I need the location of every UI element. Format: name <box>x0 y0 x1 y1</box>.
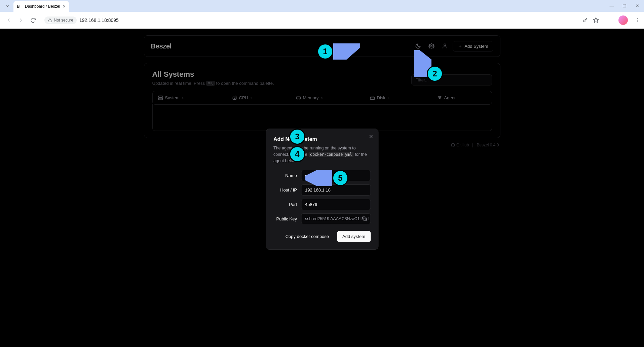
svg-point-8 <box>637 20 638 21</box>
tab-dropdown-icon[interactable] <box>3 1 12 11</box>
github-link[interactable]: GitHub <box>451 143 469 147</box>
svg-line-5 <box>586 19 586 20</box>
server-icon <box>158 95 163 100</box>
address-bar[interactable]: Not secure 192.168.1.18:8095 <box>40 14 606 26</box>
sort-icon: ↑↓ <box>182 96 183 100</box>
address-bar-row: Not secure 192.168.1.18:8095 <box>0 12 644 29</box>
svg-marker-6 <box>594 18 599 23</box>
reload-icon[interactable] <box>28 15 38 25</box>
logo[interactable]: Beszel <box>151 42 172 50</box>
svg-point-9 <box>637 22 638 22</box>
col-disk[interactable]: Disk ↑↓ <box>370 95 437 100</box>
cpu-icon <box>232 95 237 100</box>
filter-input[interactable] <box>411 74 492 85</box>
add-system-submit-button[interactable]: Add system <box>337 231 371 242</box>
add-system-button[interactable]: Add System <box>453 41 493 51</box>
user-icon[interactable] <box>439 40 451 52</box>
add-system-modal: ✕ Add New System The agent must be runni… <box>266 129 378 250</box>
sort-icon: ↑↓ <box>320 96 322 100</box>
public-key-value: ssh-ed25519 AAAAC3NzaC1lZDI1 <box>301 213 371 224</box>
svg-rect-14 <box>158 96 163 97</box>
tab-favicon-icon: B <box>17 4 22 9</box>
browser-tab[interactable]: B Dashboard / Beszel × <box>13 1 69 12</box>
col-cpu[interactable]: CPU ↑↓ <box>232 95 296 100</box>
name-input[interactable] <box>301 170 371 181</box>
tab-close-icon[interactable]: × <box>63 4 66 9</box>
browser-chrome: B Dashboard / Beszel × — ☐ ✕ Not secure … <box>0 0 644 29</box>
col-memory[interactable]: Memory ↑↓ <box>296 95 370 100</box>
tab-title: Dashboard / Beszel <box>25 4 60 9</box>
copy-key-icon[interactable] <box>361 215 368 222</box>
svg-rect-28 <box>296 97 301 99</box>
svg-point-7 <box>637 18 638 19</box>
modal-description: The agent must be running on the system … <box>273 145 371 164</box>
modal-close-icon[interactable]: ✕ <box>369 134 373 140</box>
sort-icon: ↑↓ <box>250 96 252 100</box>
theme-toggle-icon[interactable] <box>412 40 424 52</box>
disk-icon <box>370 95 375 100</box>
security-chip[interactable]: Not secure <box>44 16 77 24</box>
svg-rect-18 <box>233 96 236 100</box>
host-label: Host / IP <box>273 187 297 193</box>
window-controls: — ☐ ✕ <box>608 0 641 12</box>
col-agent[interactable]: Agent <box>437 95 486 100</box>
modal-title: Add New System <box>273 136 371 142</box>
profile-avatar[interactable] <box>618 15 628 25</box>
public-key-label: Public Key <box>273 216 297 221</box>
github-icon <box>451 143 455 147</box>
add-system-label: Add System <box>464 44 488 49</box>
plus-icon <box>458 44 462 48</box>
warning-icon <box>48 18 52 23</box>
password-key-icon[interactable] <box>582 17 588 23</box>
forward-icon[interactable] <box>16 15 26 25</box>
svg-line-4 <box>587 19 588 19</box>
svg-rect-19 <box>234 97 235 99</box>
close-window-icon[interactable]: ✕ <box>634 3 641 8</box>
svg-rect-15 <box>158 98 163 100</box>
bookmark-star-icon[interactable] <box>593 17 599 23</box>
col-system[interactable]: System ↑↓ <box>158 95 232 100</box>
copy-docker-compose-button[interactable]: Copy docker compose <box>281 231 334 242</box>
svg-point-10 <box>431 45 432 47</box>
app-header: Beszel Add System <box>144 35 500 57</box>
memory-icon <box>296 95 301 100</box>
security-label: Not secure <box>54 18 73 23</box>
url-text: 192.168.1.18:8095 <box>79 18 119 23</box>
footer-divider: | <box>472 143 473 147</box>
svg-rect-37 <box>364 218 366 221</box>
systems-panel: All Systems Updated in real time. Press … <box>144 63 500 138</box>
host-input[interactable] <box>301 184 371 196</box>
wifi-icon <box>437 95 442 100</box>
back-icon[interactable] <box>4 15 13 25</box>
browser-menu-icon[interactable] <box>635 18 640 23</box>
name-label: Name <box>273 173 297 178</box>
kbd-shortcut: ⌘K <box>206 81 215 86</box>
sort-icon: ↑↓ <box>387 96 389 100</box>
port-input[interactable] <box>301 199 371 210</box>
minimize-icon[interactable]: — <box>608 3 615 8</box>
port-label: Port <box>273 202 297 207</box>
maximize-icon[interactable]: ☐ <box>621 3 628 8</box>
table-header: System ↑↓ CPU ↑↓ Memory ↑↓ Disk ↑↓ <box>152 91 492 105</box>
table-body-empty <box>152 104 492 131</box>
svg-point-2 <box>583 20 585 22</box>
app-version: Beszel 0.4.0 <box>477 143 499 147</box>
tab-bar: B Dashboard / Beszel × — ☐ ✕ <box>0 0 644 12</box>
app-body: Beszel Add System All Systems <box>0 29 644 347</box>
settings-gear-icon[interactable] <box>426 40 437 52</box>
svg-point-11 <box>444 44 446 46</box>
